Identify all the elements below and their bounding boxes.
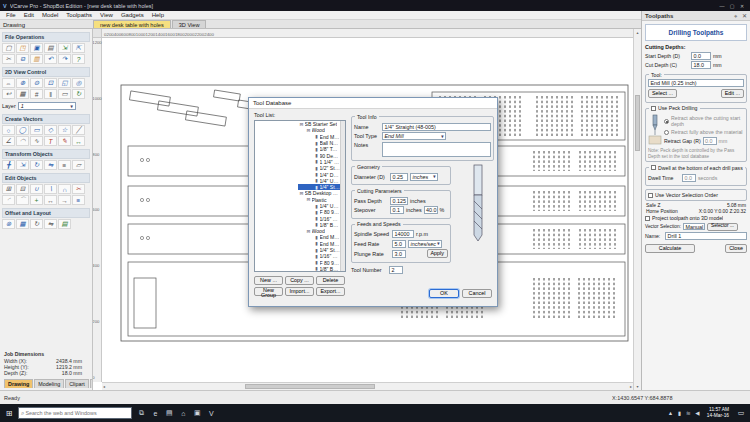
rotate-icon[interactable]: ↻: [30, 160, 43, 170]
tool-type-select[interactable]: End Mill▾: [382, 132, 446, 140]
feed-unit-select[interactable]: inches/sec▾: [408, 240, 442, 248]
tab-clipart[interactable]: Clipart: [65, 379, 89, 388]
taskbar-search-input[interactable]: [25, 408, 129, 418]
mirror-icon[interactable]: ⇋: [44, 160, 57, 170]
apply-button[interactable]: Apply: [427, 249, 449, 258]
project-3d-checkbox[interactable]: [645, 216, 650, 221]
copy-tool-button[interactable]: Copy ...: [285, 276, 314, 285]
panel-close-icon[interactable]: ✕: [742, 13, 747, 19]
tab-drawing[interactable]: Drawing: [4, 379, 33, 388]
align-objects-icon[interactable]: ≡: [72, 195, 85, 205]
tree-group-sb-starter-set[interactable]: ⊟ SB Starter Set: [298, 121, 341, 127]
save-icon[interactable]: ▣: [30, 43, 43, 53]
draw-ellipse-icon[interactable]: ◯: [16, 125, 29, 135]
selector-button[interactable]: Selector ...: [707, 223, 738, 231]
task-view-icon[interactable]: ⧉: [134, 409, 148, 417]
edit-tool-button[interactable]: Edit ...: [721, 89, 744, 98]
tool-number-input[interactable]: 2: [389, 266, 403, 274]
stepover-percent-input[interactable]: 40.0: [424, 206, 438, 214]
scroll-left-arrow[interactable]: ◂: [103, 384, 105, 389]
wifi-icon[interactable]: ≋: [684, 410, 693, 416]
tab-document-new-desk-table[interactable]: new desk table with holes: [93, 20, 171, 28]
retract-start-depth-radio[interactable]: [664, 119, 669, 124]
zoom-out-icon[interactable]: ⊖: [30, 78, 43, 88]
delete-tool-button[interactable]: Delete: [316, 276, 345, 285]
cut-icon[interactable]: ✂: [2, 54, 15, 64]
edge-browser-icon[interactable]: e: [148, 410, 162, 417]
rulers-icon[interactable]: ▭: [58, 89, 71, 99]
draw-circle-icon[interactable]: ○: [2, 125, 15, 135]
taskbar-search[interactable]: ⌕: [18, 407, 132, 419]
stepover-input[interactable]: 0.1: [390, 206, 404, 214]
peck-drilling-checkbox[interactable]: [651, 106, 656, 111]
tool-name-input[interactable]: 1/4" Straight (48-005): [382, 123, 491, 131]
photos-app-icon[interactable]: ▣: [190, 409, 204, 417]
draw-line-icon[interactable]: ╱: [72, 125, 85, 135]
minimize-button[interactable]: —: [717, 3, 727, 9]
open-file-icon[interactable]: ◳: [16, 43, 29, 53]
new-tool-button[interactable]: New ...: [254, 276, 283, 285]
print-icon[interactable]: ▤: [44, 43, 57, 53]
previous-view-icon[interactable]: ↩: [2, 89, 15, 99]
fillet-icon[interactable]: ◜: [2, 195, 15, 205]
measure-icon[interactable]: ↔: [44, 195, 57, 205]
snap-fit-icon[interactable]: →: [58, 195, 71, 205]
menu-item[interactable]: Gadgets: [117, 12, 148, 18]
import-vectors-icon[interactable]: ⇲: [58, 43, 71, 53]
menu-item[interactable]: View: [96, 12, 117, 18]
distort-icon[interactable]: ▱: [72, 160, 85, 170]
zoom-selected-icon[interactable]: ◎: [72, 78, 85, 88]
close-button[interactable]: ✕: [737, 3, 747, 9]
toolpath-name-input[interactable]: Drill 1: [665, 232, 747, 240]
array-copy-icon[interactable]: ▦: [16, 219, 29, 229]
layer-select[interactable]: 1▾: [18, 102, 76, 110]
spindle-speed-input[interactable]: 14000: [392, 230, 414, 238]
menu-item[interactable]: Model: [38, 12, 62, 18]
file-explorer-icon[interactable]: ▤: [162, 409, 176, 417]
retract-gap-input[interactable]: 0.0: [703, 137, 717, 145]
pan-icon[interactable]: ⇔: [2, 78, 15, 88]
tree-scrollbar[interactable]: [340, 121, 345, 271]
trim-icon[interactable]: ✂: [72, 184, 85, 194]
copy-icon[interactable]: ⧉: [16, 54, 29, 64]
text-on-curve-icon[interactable]: ✎: [58, 136, 71, 146]
vcarve-app-icon[interactable]: V: [204, 410, 218, 417]
import-tools-button[interactable]: Import...: [285, 287, 314, 296]
draw-curve-icon[interactable]: ∿: [30, 136, 43, 146]
tab-modeling[interactable]: Modeling: [34, 379, 64, 388]
export-tools-button[interactable]: Export...: [316, 287, 345, 296]
pin-icon[interactable]: ⌖: [734, 13, 737, 19]
diameter-unit-select[interactable]: inches▾: [410, 173, 438, 181]
maximize-button[interactable]: ▢: [727, 3, 737, 9]
move-icon[interactable]: ╋: [2, 160, 15, 170]
cut-depth-input[interactable]: 18.0: [691, 61, 711, 69]
tool-list-tree[interactable]: ⊟ SB Starter Set ⊟ Wood ▮ End Mill (0.12…: [254, 120, 346, 272]
paste-icon[interactable]: ▥: [30, 54, 43, 64]
start-depth-input[interactable]: 0.0: [691, 52, 711, 60]
guides-icon[interactable]: ‖: [44, 89, 57, 99]
zoom-in-icon[interactable]: ⊕: [16, 78, 29, 88]
set-size-icon[interactable]: ⇲: [16, 160, 29, 170]
horizontal-scrollbar[interactable]: ◂▸: [102, 382, 633, 390]
scroll-right-arrow[interactable]: ▸: [630, 384, 632, 389]
undo-icon[interactable]: ↶: [44, 54, 57, 64]
intersect-icon[interactable]: ∩: [58, 184, 71, 194]
redo-icon[interactable]: ↷: [58, 54, 71, 64]
diameter-input[interactable]: 0.25: [390, 173, 408, 181]
tree-item[interactable]: ▮ 1/8" Ball Nose (13727): [298, 266, 341, 271]
subtract-icon[interactable]: ∖: [44, 184, 57, 194]
menu-item[interactable]: File: [2, 12, 20, 18]
draw-text-icon[interactable]: T: [44, 136, 57, 146]
snap-grid-icon[interactable]: #: [30, 89, 43, 99]
pass-depth-input[interactable]: 0.125: [390, 197, 408, 205]
menu-item[interactable]: Help: [148, 12, 168, 18]
help-icon[interactable]: ?: [72, 54, 85, 64]
ungroup-icon[interactable]: ⊟: [16, 184, 29, 194]
offset-icon[interactable]: ⊚: [2, 219, 15, 229]
tab-3d-view[interactable]: 3D View: [172, 20, 207, 28]
dwell-checkbox[interactable]: [651, 165, 656, 170]
menu-item[interactable]: Edit: [20, 12, 38, 18]
start-button[interactable]: ⊞: [2, 409, 16, 418]
new-group-button[interactable]: New Group: [254, 287, 283, 296]
vertical-scroll-thumb[interactable]: [635, 95, 640, 151]
